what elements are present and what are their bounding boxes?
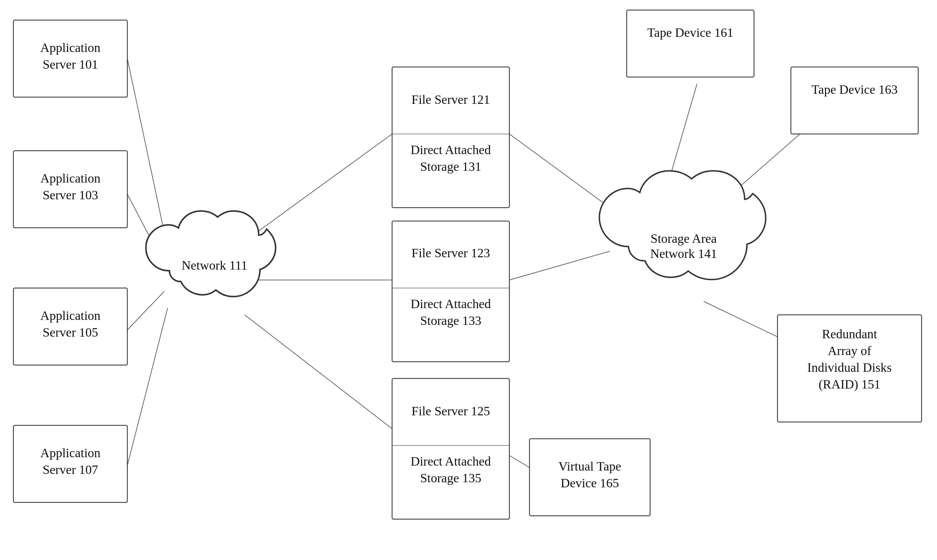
line-app101-network bbox=[127, 58, 168, 248]
line-app105-network bbox=[127, 291, 164, 330]
fs121-das131-outer-box bbox=[392, 67, 509, 208]
fs123-label: File Server 123 bbox=[411, 246, 490, 260]
app-server-107-label2: Server 107 bbox=[43, 463, 98, 477]
network-diagram: Application Server 101 Application Serve… bbox=[0, 0, 937, 560]
app-server-103-label1: Application bbox=[40, 171, 100, 185]
tape-163-label1: Tape Device 163 bbox=[812, 82, 898, 97]
tape-161-label1: Tape Device 161 bbox=[647, 25, 734, 40]
app-server-105-label1: Application bbox=[40, 308, 100, 323]
app-server-107-label1: Application bbox=[40, 446, 100, 460]
raid-label3: Individual Disks bbox=[807, 360, 892, 374]
vtape-label2: Device 165 bbox=[561, 476, 619, 490]
das133-label2: Storage 133 bbox=[420, 314, 482, 328]
raid-label1: Redundant bbox=[822, 327, 877, 341]
line-network-fs125 bbox=[245, 315, 392, 429]
app-server-101-label1: Application bbox=[40, 40, 100, 55]
das135-label2: Storage 135 bbox=[420, 471, 482, 485]
san-label1: Storage Area bbox=[650, 231, 717, 246]
network-111-cloud: Network 111 bbox=[146, 211, 276, 297]
das133-label1: Direct Attached bbox=[410, 297, 491, 311]
das135-label1: Direct Attached bbox=[410, 454, 491, 468]
raid-label4: (RAID) 151 bbox=[819, 377, 881, 392]
line-network-fs121 bbox=[245, 134, 392, 241]
network-111-label: Network 111 bbox=[182, 258, 248, 272]
fs123-das133-outer-box bbox=[392, 221, 509, 362]
line-fs121-san bbox=[509, 134, 610, 208]
raid-label2: Array of bbox=[828, 344, 871, 358]
app-server-101-label2: Server 101 bbox=[43, 57, 98, 71]
fs121-label: File Server 121 bbox=[411, 92, 490, 106]
fs125-das135-outer-box bbox=[392, 378, 509, 519]
line-san-raid bbox=[704, 302, 788, 342]
fs125-label: File Server 125 bbox=[411, 404, 490, 418]
line-fs123-san bbox=[509, 251, 610, 280]
san-label2: Network 141 bbox=[650, 246, 717, 261]
app-server-103-label2: Server 103 bbox=[43, 188, 98, 202]
tape-161-box bbox=[627, 10, 754, 77]
line-app107-network bbox=[127, 308, 168, 466]
tape-163-box bbox=[791, 67, 918, 134]
san-141-cloud: Storage Area Network 141 bbox=[599, 171, 766, 280]
app-server-105-label2: Server 105 bbox=[43, 325, 98, 339]
das131-label1: Direct Attached bbox=[410, 143, 491, 157]
vtape-label1: Virtual Tape bbox=[558, 459, 621, 473]
das131-label2: Storage 131 bbox=[420, 159, 482, 174]
